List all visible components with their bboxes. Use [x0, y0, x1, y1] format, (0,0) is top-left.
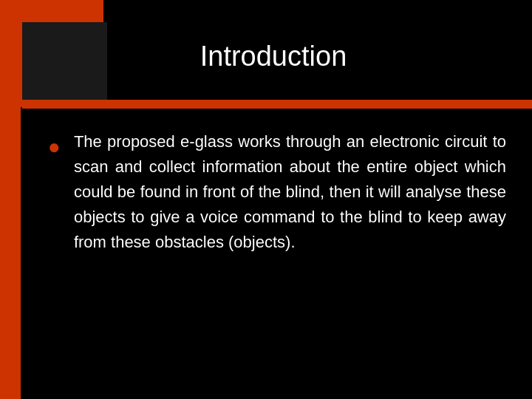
slide: Introduction ● The proposed e-glass work… [0, 0, 532, 399]
body-text: The proposed e-glass works through an el… [74, 129, 506, 255]
content-area: ● The proposed e-glass works through an … [48, 129, 506, 377]
title-area: Introduction [44, 41, 502, 72]
orange-divider-bar [22, 100, 532, 109]
bullet-icon: ● [48, 131, 61, 163]
slide-title: Introduction [44, 41, 502, 72]
